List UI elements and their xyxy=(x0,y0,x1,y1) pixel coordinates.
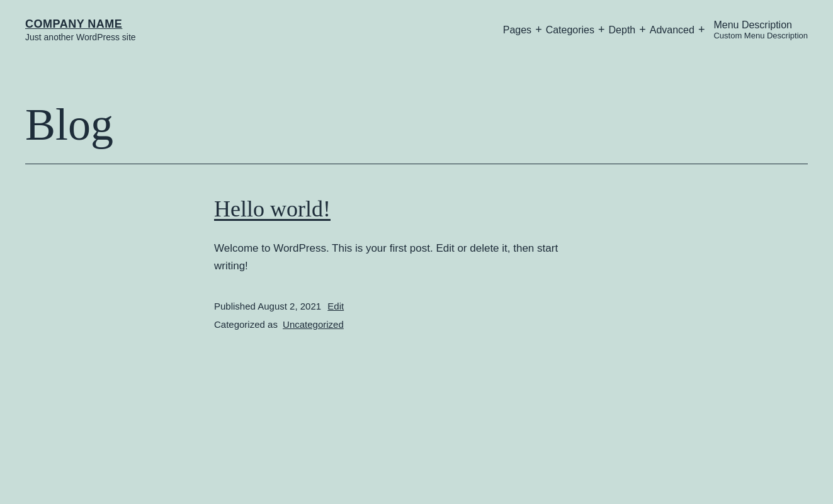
site-title[interactable]: COMPANY NAME xyxy=(25,18,136,31)
post-meta-published: Published August 2, 2021 Edit xyxy=(214,298,808,315)
site-branding: COMPANY NAME Just another WordPress site xyxy=(25,18,136,42)
menu-description-title: Menu Description xyxy=(713,20,808,31)
nav-label-depth[interactable]: Depth xyxy=(609,25,636,36)
post-meta-category: Categorized as Uncategorized xyxy=(214,316,808,333)
main-nav: Pages + Categories + Depth + Advanced + … xyxy=(503,20,808,40)
categorized-label: Categorized as xyxy=(214,319,278,330)
category-link[interactable]: Uncategorized xyxy=(283,319,344,330)
nav-item-depth: Depth + xyxy=(609,23,650,36)
nav-label-categories[interactable]: Categories xyxy=(546,25,594,36)
published-label: Published xyxy=(214,301,256,311)
main-content: Blog Hello world! Welcome to WordPress. … xyxy=(0,55,833,358)
site-header: COMPANY NAME Just another WordPress site… xyxy=(0,0,833,55)
nav-plus-advanced[interactable]: + xyxy=(698,23,705,36)
nav-plus-depth[interactable]: + xyxy=(639,23,646,36)
post-title-link[interactable]: Hello world! xyxy=(214,196,331,221)
site-tagline: Just another WordPress site xyxy=(25,32,136,42)
nav-label-pages[interactable]: Pages xyxy=(503,25,531,36)
published-date: August 2, 2021 xyxy=(258,301,321,311)
nav-label-advanced[interactable]: Advanced xyxy=(650,25,694,36)
menu-description-subtitle: Custom Menu Description xyxy=(713,31,808,40)
nav-plus-pages[interactable]: + xyxy=(535,23,542,36)
nav-plus-categories[interactable]: + xyxy=(598,23,605,36)
title-divider xyxy=(25,164,808,164)
post-title: Hello world! xyxy=(214,196,808,222)
nav-item-advanced: Advanced + xyxy=(650,23,709,36)
post-list: Hello world! Welcome to WordPress. This … xyxy=(25,196,808,333)
nav-item-pages: Pages + xyxy=(503,23,546,36)
nav-item-categories: Categories + xyxy=(546,23,609,36)
edit-link[interactable]: Edit xyxy=(327,301,344,311)
post-excerpt: Welcome to WordPress. This is your first… xyxy=(214,240,592,275)
page-heading: Blog xyxy=(25,99,808,151)
post-meta: Published August 2, 2021 Edit Categorize… xyxy=(214,298,808,333)
post-item: Hello world! Welcome to WordPress. This … xyxy=(214,196,808,333)
menu-description-block: Menu Description Custom Menu Description xyxy=(713,20,808,40)
